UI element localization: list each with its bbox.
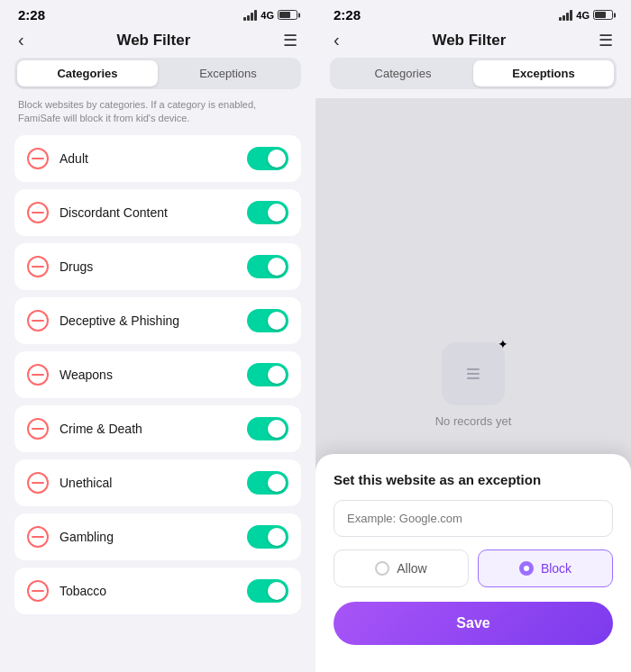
tab-categories-left[interactable]: Categories [17, 60, 158, 86]
category-label-tobacco: Tobacco [59, 584, 236, 598]
toggle-discordant[interactable] [247, 201, 288, 224]
toggle-gambling[interactable] [247, 525, 288, 549]
category-label-weapons: Weapons [59, 368, 236, 382]
toggle-deceptive[interactable] [247, 309, 288, 332]
block-icon-drugs [27, 256, 49, 277]
category-label-adult: Adult [59, 151, 236, 166]
category-label-unethical: Unethical [59, 476, 236, 490]
category-label-drugs: Drugs [59, 259, 236, 274]
time-right: 2:28 [334, 7, 361, 23]
allow-label: Allow [397, 561, 426, 576]
block-icon-deceptive [27, 310, 49, 331]
block-icon-weapons [27, 364, 49, 386]
block-icon-gambling [27, 526, 49, 548]
category-item-crime: Crime & Death [14, 405, 301, 452]
tab-exceptions-left[interactable]: Exceptions [158, 60, 298, 86]
status-bar-left: 2:28 4G [0, 0, 316, 26]
empty-icon: ✦ [442, 342, 505, 405]
toggle-adult[interactable] [247, 147, 288, 170]
block-label: Block [541, 561, 572, 576]
empty-text: No records yet [435, 414, 512, 428]
status-icons-right: 4G [559, 10, 613, 21]
page-title-right: Web Filter [432, 32, 506, 50]
battery-icon-right [593, 10, 613, 20]
sheet-title: Set this website as an exception [334, 472, 613, 487]
radio-group: Allow Block [334, 549, 613, 587]
toggle-weapons[interactable] [247, 363, 288, 386]
menu-button-right[interactable]: ☰ [599, 31, 613, 50]
network-right: 4G [576, 10, 590, 21]
filter-description: Block websites by categories. If a categ… [0, 98, 316, 135]
right-panel: 2:28 4G ‹ Web Filter ☰ Categories Except… [316, 0, 631, 672]
back-button-left[interactable]: ‹ [18, 30, 24, 50]
allow-radio-dot [375, 561, 389, 576]
empty-state: ✦ No records yet [435, 342, 512, 428]
left-panel: 2:28 4G ‹ Web Filter ☰ Categories Except… [0, 0, 316, 672]
category-label-crime: Crime & Death [59, 422, 236, 436]
exception-bottom-sheet: Set this website as an exception Allow B… [316, 454, 631, 672]
signal-icon-right [559, 10, 572, 21]
sparkle-icon: ✦ [498, 337, 508, 351]
category-item-weapons: Weapons [14, 351, 301, 398]
tab-switcher-left: Categories Exceptions [14, 58, 301, 89]
battery-icon-left [278, 10, 297, 20]
network-left: 4G [261, 10, 274, 21]
tab-categories-right[interactable]: Categories [333, 60, 473, 86]
back-button-right[interactable]: ‹ [334, 30, 340, 50]
category-item-tobacco: Tobacco [14, 568, 301, 614]
block-option[interactable]: Block [478, 549, 613, 587]
status-bar-right: 2:28 4G [316, 0, 631, 26]
nav-bar-right: ‹ Web Filter ☰ [316, 26, 631, 58]
category-item-drugs: Drugs [14, 243, 301, 290]
category-item-discordant: Discordant Content [14, 189, 301, 236]
save-button[interactable]: Save [334, 602, 613, 645]
category-item-unethical: Unethical [14, 459, 301, 506]
signal-icon-left [243, 10, 257, 21]
nav-bar-left: ‹ Web Filter ☰ [0, 26, 316, 58]
toggle-crime[interactable] [247, 417, 288, 440]
block-icon-unethical [27, 472, 49, 494]
time-left: 2:28 [18, 7, 45, 23]
category-label-discordant: Discordant Content [59, 205, 236, 220]
block-radio-dot [519, 561, 534, 576]
page-title-left: Web Filter [116, 32, 190, 50]
status-icons-left: 4G [243, 10, 297, 21]
url-input[interactable] [334, 500, 613, 537]
category-item-gambling: Gambling [14, 513, 301, 560]
toggle-unethical[interactable] [247, 471, 288, 495]
block-icon-adult [27, 148, 49, 169]
block-icon-tobacco [27, 580, 49, 602]
block-icon-crime [27, 418, 49, 440]
tab-exceptions-right[interactable]: Exceptions [473, 60, 614, 86]
menu-button-left[interactable]: ☰ [283, 31, 297, 50]
categories-list: Adult Discordant Content Drugs [0, 135, 316, 672]
category-item-deceptive: Deceptive & Phishing [14, 297, 301, 344]
category-label-gambling: Gambling [59, 530, 236, 544]
allow-option[interactable]: Allow [334, 549, 469, 587]
block-icon-discordant [27, 202, 49, 223]
toggle-tobacco[interactable] [247, 579, 288, 603]
tab-switcher-right: Categories Exceptions [330, 58, 617, 89]
category-label-deceptive: Deceptive & Phishing [59, 313, 236, 328]
toggle-drugs[interactable] [247, 255, 288, 278]
category-item-adult: Adult [14, 135, 301, 182]
